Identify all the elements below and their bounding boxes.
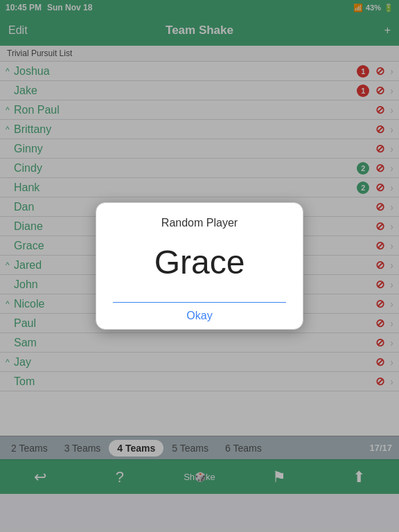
- modal-okay-button[interactable]: Okay: [113, 303, 286, 329]
- modal-box: Random Player Grace Okay: [96, 202, 303, 330]
- modal-overlay: Random Player Grace Okay: [0, 0, 399, 532]
- modal-title: Random Player: [113, 217, 286, 229]
- modal-player-name: Grace: [113, 243, 286, 281]
